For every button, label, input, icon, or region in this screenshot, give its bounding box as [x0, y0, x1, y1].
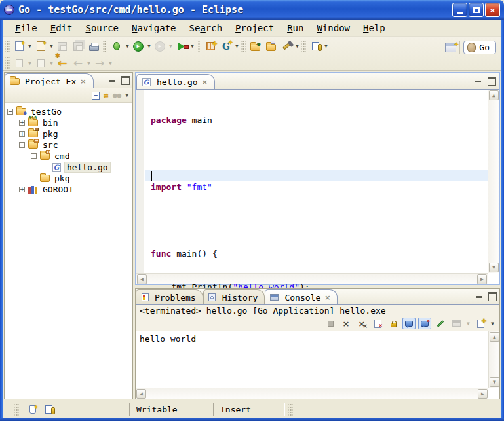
maximize-button[interactable]	[469, 3, 484, 17]
minimize-view-icon[interactable]	[475, 291, 484, 299]
tree-item-src[interactable]: − src	[5, 139, 132, 151]
menu-window[interactable]: Window	[311, 21, 356, 35]
import-icon[interactable]: ●	[248, 39, 262, 54]
tree-item-bin[interactable]: + 010 bin	[5, 117, 132, 128]
menu-run[interactable]: Run	[281, 21, 309, 35]
close-icon[interactable]: ×	[80, 77, 86, 86]
expand-toggle-icon[interactable]: +	[19, 187, 25, 192]
new-go-file-dropdown[interactable]: ▼	[48, 39, 54, 54]
menu-project[interactable]: Project	[229, 21, 280, 35]
scroll-right-icon[interactable]: ▶	[477, 274, 487, 284]
filters-icon[interactable]: ●●	[113, 91, 121, 100]
scroll-up-icon[interactable]: ▲	[490, 332, 499, 342]
link-with-editor-icon[interactable]: ⇄	[104, 90, 109, 100]
back-icon[interactable]: ←	[71, 56, 85, 70]
menu-source[interactable]: Source	[79, 21, 125, 35]
collapse-toggle-icon[interactable]: −	[31, 153, 37, 159]
scroll-lock-icon[interactable]	[387, 318, 400, 329]
next-annotation-icon[interactable]	[12, 56, 26, 70]
pin-console-icon[interactable]	[434, 318, 447, 329]
new-wizard-dropdown[interactable]: ▼	[27, 39, 33, 54]
new-wizard-icon[interactable]: ✦	[12, 39, 26, 54]
history-tab[interactable]: History	[203, 289, 265, 304]
show-stdout-icon[interactable]	[402, 318, 416, 329]
console-horizontal-scrollbar[interactable]: ◀ ▶	[136, 388, 488, 399]
toggle-trim-icon[interactable]	[308, 39, 322, 54]
view-menu-icon[interactable]: ▼	[125, 92, 128, 98]
save-icon[interactable]	[55, 39, 69, 54]
close-icon[interactable]: ×	[202, 78, 208, 86]
maximize-view-icon[interactable]	[488, 291, 497, 299]
run-icon[interactable]: ▶	[131, 39, 145, 54]
open-console-icon[interactable]: ✚	[474, 318, 487, 329]
new-go-project-icon[interactable]: ✚	[203, 39, 218, 54]
code-content[interactable]: package main import "fmt" func main() { …	[145, 90, 488, 273]
menu-file[interactable]: File	[9, 21, 43, 35]
close-button[interactable]: ×	[485, 3, 500, 17]
collapse-all-icon[interactable]: −	[92, 92, 100, 100]
menu-edit[interactable]: Edit	[45, 21, 79, 35]
editor-tab-hello-go[interactable]: G hello.go ×	[136, 74, 215, 89]
tree-item-cmd[interactable]: − cmd	[5, 151, 132, 162]
editor-body[interactable]: package main import "fmt" func main() { …	[136, 89, 499, 284]
close-icon[interactable]: ×	[324, 293, 330, 302]
menu-navigate[interactable]: Navigate	[126, 21, 182, 35]
external-tools-icon[interactable]	[174, 39, 189, 54]
maximize-view-icon[interactable]	[121, 75, 130, 83]
external-tools-dropdown[interactable]: ▼	[189, 39, 195, 54]
search-dropdown[interactable]: ▼	[294, 39, 300, 54]
profile-icon[interactable]: ▶	[153, 39, 167, 54]
run-dropdown[interactable]: ▼	[146, 39, 152, 54]
last-edit-location-icon[interactable]: ←✱	[55, 56, 69, 70]
maximize-view-icon[interactable]	[487, 76, 496, 84]
scroll-down-icon[interactable]: ▼	[490, 377, 499, 387]
scroll-up-icon[interactable]: ▲	[489, 90, 499, 100]
scroll-left-icon[interactable]: ◀	[137, 274, 147, 284]
editor-horizontal-scrollbar[interactable]: ◀ ▶	[136, 273, 488, 284]
collapse-toggle-icon[interactable]: −	[19, 142, 25, 148]
editor-vertical-scrollbar[interactable]: ▲ ▼	[488, 90, 499, 273]
tree-item-goroot[interactable]: + GOROOT	[5, 184, 132, 195]
fast-view-icon[interactable]: ✦	[29, 405, 36, 414]
minimize-button[interactable]	[452, 3, 467, 17]
scroll-down-icon[interactable]: ▼	[489, 263, 499, 272]
save-all-icon[interactable]	[71, 39, 85, 54]
scroll-left-icon[interactable]: ◀	[136, 389, 146, 399]
search-icon[interactable]	[279, 39, 294, 54]
open-perspective-icon[interactable]: ✦	[445, 43, 456, 52]
open-console-dropdown[interactable]: ▼	[490, 316, 495, 331]
export-icon[interactable]	[263, 39, 278, 54]
tree-item-testgo[interactable]: − ● testGo	[5, 106, 132, 117]
minimize-view-icon[interactable]	[474, 76, 483, 84]
perspective-go-button[interactable]: Go	[463, 41, 496, 54]
forward-icon[interactable]: →	[92, 56, 107, 70]
show-stderr-icon[interactable]: ×	[418, 318, 431, 329]
new-go-file-icon[interactable]: ✦	[33, 39, 48, 54]
toggle-trim-icon[interactable]	[45, 405, 52, 414]
menu-help[interactable]: Help	[357, 21, 391, 35]
menu-search[interactable]: Search	[184, 21, 229, 35]
problems-tab[interactable]: Problems	[136, 289, 203, 304]
scroll-right-icon[interactable]: ▶	[478, 389, 488, 399]
new-go-element-dropdown[interactable]: ▼	[234, 39, 240, 54]
tree-item-pkg[interactable]: + pkg	[5, 128, 132, 139]
expand-toggle-icon[interactable]: +	[19, 131, 25, 137]
console-tab[interactable]: Console ×	[265, 289, 338, 304]
tree-item-hello-go[interactable]: G hello.go	[5, 162, 132, 173]
clear-console-icon[interactable]: ×	[371, 318, 384, 329]
console-body[interactable]: hello world ▲ ▼ ◀ ▶	[136, 331, 499, 399]
print-icon[interactable]	[87, 39, 101, 54]
remove-all-launches-icon[interactable]: ×	[355, 318, 368, 329]
remove-launch-icon[interactable]: ×	[339, 318, 353, 329]
project-explorer-tab[interactable]: Project Ex ×	[5, 73, 94, 88]
console-vertical-scrollbar[interactable]: ▲ ▼	[488, 331, 499, 388]
tree-item-pkg-src[interactable]: pkg	[5, 173, 132, 184]
debug-dropdown[interactable]: ▼	[125, 39, 130, 54]
collapse-toggle-icon[interactable]: −	[7, 109, 13, 115]
toggle-trim-dropdown[interactable]: ▼	[323, 39, 329, 54]
new-go-element-icon[interactable]: G✦	[219, 39, 233, 54]
debug-icon[interactable]	[109, 39, 124, 54]
expand-toggle-icon[interactable]: +	[19, 120, 25, 126]
previous-annotation-icon[interactable]	[33, 56, 48, 70]
minimize-view-icon[interactable]	[107, 75, 117, 83]
